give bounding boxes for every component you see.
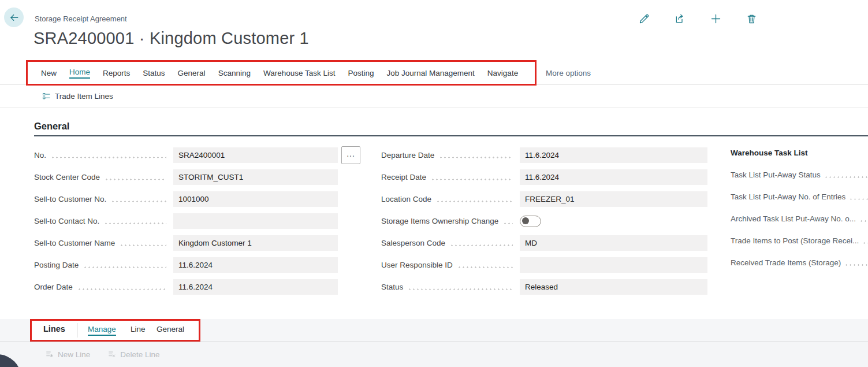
- factbox-item-label: Task List Put-Away No. of Entries: [731, 192, 845, 201]
- factbox-item-label: Trade Items to Post (Storage Recei...: [731, 236, 859, 245]
- field-value-departure-date[interactable]: 11.6.2024: [520, 147, 707, 163]
- factbox-item-task-list-put-away-no-of-entries[interactable]: Task List Put-Away No. of Entries: [731, 189, 868, 205]
- menu-tab-status[interactable]: Status: [143, 69, 165, 77]
- delete-line-icon: [107, 350, 117, 359]
- factbox-item-archived-task-list-put-away-no-o[interactable]: Archived Task List Put-Away No. o...: [731, 211, 868, 227]
- factbox-item-task-list-put-away-status[interactable]: Task List Put-Away Status: [731, 167, 868, 183]
- menu-tab-general[interactable]: General: [178, 69, 206, 77]
- lines-action-label: Delete Line: [120, 350, 159, 359]
- field-label: Location Code: [381, 195, 431, 203]
- field-label: Sell-to Customer Name: [34, 239, 115, 247]
- menu-tab-warehouse-task-list[interactable]: Warehouse Task List: [263, 69, 336, 77]
- field-row-receipt-date: Receipt Date11.6.2024: [381, 169, 708, 185]
- dotted-leader: [105, 223, 166, 224]
- field-value-posting-date[interactable]: 11.6.2024: [173, 257, 338, 273]
- field-label: Sell-to Customer No.: [34, 195, 106, 203]
- page-caption: Storage Receipt Agreement: [35, 14, 127, 23]
- share-button[interactable]: [673, 12, 687, 25]
- field-row-no: No.SRA2400001...: [34, 147, 381, 163]
- factbox-item-trade-items-to-post-storage-recei[interactable]: Trade Items to Post (Storage Recei...: [731, 233, 868, 249]
- action-trade-item-lines[interactable]: Trade Item Lines: [42, 92, 113, 101]
- field-row-status: StatusReleased: [381, 279, 708, 295]
- assist-edit-button[interactable]: ...: [341, 146, 360, 164]
- action-label: Trade Item Lines: [55, 92, 113, 101]
- field-label: Stock Center Code: [34, 173, 100, 181]
- factbox-item-received-trade-items-storage[interactable]: Received Trade Items (Storage): [731, 255, 868, 270]
- menu-tab-job-journal-management[interactable]: Job Journal Management: [387, 69, 475, 77]
- field-row-departure-date: Departure Date11.6.2024: [381, 147, 708, 163]
- dotted-leader: [52, 157, 166, 158]
- lines-action-label: New Line: [58, 350, 90, 359]
- delete-button[interactable]: [744, 12, 758, 25]
- menu-tab-reports[interactable]: Reports: [103, 69, 130, 77]
- field-label: No.: [34, 151, 46, 160]
- field-label: Salesperson Code: [381, 239, 445, 247]
- field-label: Posting Date: [34, 261, 79, 269]
- back-button[interactable]: [4, 8, 24, 27]
- dotted-leader: [504, 223, 513, 224]
- new-button[interactable]: [709, 12, 722, 25]
- field-row-posting-date: Posting Date11.6.2024: [34, 257, 381, 273]
- trade-item-lines-icon: [42, 92, 51, 101]
- field-value-location-code[interactable]: FREEZER_01: [520, 191, 707, 207]
- field-value-sell-to-customer-no[interactable]: 1001000: [173, 191, 338, 207]
- field-row-order-date: Order Date11.6.2024: [34, 279, 381, 295]
- field-value-status[interactable]: Released: [520, 279, 707, 295]
- dotted-leader: [459, 266, 513, 268]
- field-row-salesperson-code: Salesperson CodeMD: [381, 235, 708, 251]
- field-value-order-date[interactable]: 11.6.2024: [173, 279, 338, 295]
- dotted-leader: [84, 266, 166, 268]
- field-row-stock-center-code: Stock Center CodeSTORITM_CUST1: [34, 169, 381, 185]
- field-value-sell-to-contact-no[interactable]: [173, 213, 338, 229]
- more-options-button[interactable]: More options: [546, 69, 591, 77]
- menu-tab-navigate[interactable]: Navigate: [487, 69, 518, 77]
- share-icon: [674, 13, 686, 25]
- field-label: Departure Date: [381, 151, 434, 160]
- field-label: User Responsible ID: [381, 261, 453, 269]
- field-value-sell-to-customer-name[interactable]: Kingdom Customer 1: [173, 235, 338, 251]
- toggle-storage-items-ownership-change[interactable]: [520, 216, 541, 227]
- factbox-item-label: Received Trade Items (Storage): [731, 258, 841, 267]
- lines-action-bar: New LineDelete Line: [45, 350, 160, 359]
- edit-button[interactable]: [637, 12, 651, 25]
- dotted-leader: [451, 244, 513, 246]
- dotted-leader: [825, 176, 868, 178]
- dotted-leader: [437, 201, 513, 202]
- dotted-leader: [409, 288, 513, 290]
- new-line-icon: [45, 350, 54, 359]
- menu-tab-scanning[interactable]: Scanning: [218, 69, 251, 77]
- annotation-box-lines: [30, 319, 200, 342]
- factbox-warehouse-task-list: Warehouse Task List Task List Put-Away S…: [731, 149, 868, 277]
- menu-tab-new[interactable]: New: [41, 69, 57, 77]
- menu-tab-posting[interactable]: Posting: [348, 69, 374, 77]
- pencil-icon: [638, 13, 650, 25]
- field-row-sell-to-customer-name: Sell-to Customer NameKingdom Customer 1: [34, 235, 381, 251]
- field-row-sell-to-customer-no: Sell-to Customer No.1001000: [34, 191, 381, 207]
- field-value-no[interactable]: SRA2400001: [173, 147, 338, 163]
- field-value-stock-center-code[interactable]: STORITM_CUST1: [173, 169, 338, 185]
- toggle-knob: [522, 217, 529, 224]
- trash-icon: [746, 13, 758, 25]
- dotted-leader: [112, 201, 166, 202]
- field-label: Storage Items Ownership Change: [381, 217, 498, 225]
- lines-action-new-line: New Line: [45, 350, 90, 359]
- dotted-leader: [79, 288, 166, 290]
- field-value-salesperson-code[interactable]: MD: [520, 235, 707, 251]
- field-value-user-responsible-id[interactable]: [520, 257, 707, 273]
- factbox-item-label: Task List Put-Away Status: [731, 170, 821, 179]
- field-row-location-code: Location CodeFREEZER_01: [381, 191, 708, 207]
- dotted-leader: [860, 220, 868, 222]
- dotted-leader: [432, 179, 513, 180]
- action-bar-divider: [0, 107, 868, 107]
- promoted-action-bar: Trade Item Lines: [42, 92, 113, 101]
- field-row-storage-items-ownership-change: Storage Items Ownership Change: [381, 213, 708, 229]
- field-value-receipt-date[interactable]: 11.6.2024: [520, 169, 707, 185]
- factbox-item-label: Archived Task List Put-Away No. o...: [731, 214, 856, 223]
- field-label: Sell-to Contact No.: [34, 217, 99, 225]
- field-row-user-responsible-id: User Responsible ID: [381, 257, 708, 273]
- factbox-title: Warehouse Task List: [731, 149, 868, 157]
- menu-tab-home[interactable]: Home: [69, 68, 90, 79]
- lines-divider: [0, 342, 868, 342]
- lines-action-delete-line: Delete Line: [107, 350, 159, 359]
- field-label: Order Date: [34, 283, 73, 291]
